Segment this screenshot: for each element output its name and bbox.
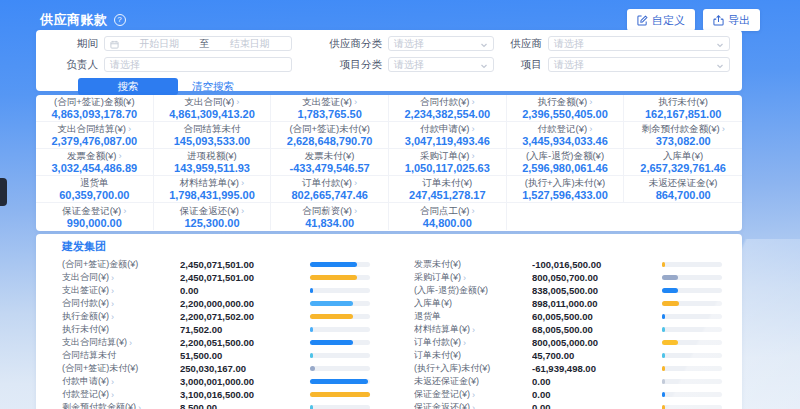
metric-row[interactable]: 付款申请(¥)› 3,000,001,000.00 — [62, 375, 370, 388]
stat-label: (入库-退货)金额(¥) — [526, 150, 604, 161]
clear-search-link[interactable]: 清空搜索 — [192, 80, 234, 94]
stat-label: 订单未付(¥) — [423, 177, 473, 188]
metric-label: 保证金登记(¥) — [414, 388, 470, 401]
stat-value: 1,527,596,433.00 — [522, 189, 608, 201]
stat-label: 保证金返还(¥) — [180, 205, 239, 216]
link-arrow-icon: › — [472, 150, 475, 161]
metric-value: 60,005,500.00 — [532, 311, 656, 322]
metric-row[interactable]: 执行金额(¥)› 2,200,071,502.00 — [62, 310, 370, 323]
metric-row[interactable]: 保证金登记(¥)› 0.00 — [414, 388, 722, 401]
metric-value: 0.00 — [180, 285, 304, 296]
stat-card: 发票未付(¥) -433,479,546.57 — [271, 149, 389, 176]
metric-row: 未返还保证金(¥) 0.00 — [414, 375, 722, 388]
metric-row: (合同+签证)金额(¥) 2,450,071,501.00 — [62, 258, 370, 271]
link-arrow-icon: › — [111, 299, 114, 309]
supplier-category-select[interactable]: 请选择 — [388, 36, 494, 51]
stat-card[interactable]: 材料结算单(¥)› 1,798,431,995.00 — [154, 176, 272, 203]
stat-card: (合同+签证)金额(¥) 4,863,093,178.70 — [36, 95, 154, 122]
project-select[interactable]: 请选择 — [548, 57, 730, 72]
link-arrow-icon: › — [472, 390, 475, 400]
filter-panel: 期间 开始日期 至 结束日期 供应商分类 请选择 供应商 请选 — [36, 30, 742, 91]
metric-label: 付款登记(¥) — [62, 388, 109, 401]
mini-bar — [310, 275, 370, 280]
stat-value: 990,000.00 — [67, 217, 122, 229]
stat-label: 发票金额(¥) — [67, 150, 117, 161]
stat-value: 1,050,117,025.63 — [405, 162, 490, 174]
link-arrow-icon: › — [123, 205, 126, 216]
stat-card[interactable]: 保证金登记(¥)› 990,000.00 — [36, 203, 154, 230]
stat-card[interactable]: 支出合同结算(¥)› 2,379,476,087.00 — [36, 122, 154, 149]
stat-card[interactable]: 支出签证(¥)› 1,783,765.50 — [271, 95, 389, 122]
stat-card[interactable]: 执行金额(¥)› 2,396,550,405.00 — [507, 95, 625, 122]
group-panel: 建发集团 (合同+签证)金额(¥) 2,450,071,501.00 支出合同(… — [36, 234, 742, 409]
stat-card[interactable]: 合同付款(¥)› 2,234,382,554.00 — [389, 95, 507, 122]
stat-card: 未返还保证金(¥) 864,700.00 — [624, 176, 742, 203]
stat-value: 44,800.00 — [423, 217, 472, 229]
metric-label: 剩余预付款金额(¥) — [62, 401, 136, 409]
stat-value: 2,379,476,087.00 — [52, 135, 138, 147]
stat-label: 材料结算单(¥) — [180, 177, 239, 188]
stat-card[interactable]: 采购订单(¥)› 1,050,117,025.63 — [389, 149, 507, 176]
link-arrow-icon: › — [463, 273, 466, 283]
stat-card[interactable]: 付款申请(¥)› 3,047,119,493.46 — [389, 122, 507, 149]
stat-value: 3,032,454,486.89 — [52, 162, 138, 174]
stat-card[interactable]: 发票金额(¥)› 3,032,454,486.89 — [36, 149, 154, 176]
mini-bar — [310, 340, 370, 345]
metric-row: 执行未付(¥) 71,502.00 — [62, 323, 370, 336]
search-button[interactable]: 搜索 — [78, 78, 178, 95]
metric-row[interactable]: 付款登记(¥)› 3,100,016,500.00 — [62, 388, 370, 401]
stat-card[interactable]: 合同薪资(¥)› 41,834.00 — [271, 203, 389, 230]
supplier-select[interactable]: 请选择 — [548, 36, 730, 51]
stat-value: 1,798,431,995.00 — [169, 189, 255, 201]
metric-row: 订单未付(¥) 45,700.00 — [414, 349, 722, 362]
link-arrow-icon: › — [241, 205, 244, 216]
metric-row[interactable]: 支出签证(¥)› 0.00 — [62, 284, 370, 297]
stat-card[interactable]: 订单付款(¥)› 802,665,747.46 — [271, 176, 389, 203]
metric-label: 付款申请(¥) — [62, 375, 109, 388]
stat-card: 退货单 60,359,700.00 — [36, 176, 154, 203]
help-icon[interactable]: ? — [114, 14, 126, 26]
mini-bar — [310, 366, 370, 371]
stat-value: 2,628,648,790.70 — [287, 135, 373, 147]
chevron-down-icon — [480, 35, 488, 53]
stat-value: 247,451,278.17 — [409, 189, 485, 201]
metric-row[interactable]: 支出合同(¥)› 2,450,071,501.00 — [62, 271, 370, 284]
stat-card[interactable]: 保证金返还(¥)› 125,300.00 — [154, 203, 272, 230]
metric-label: (合同+签证)未付(¥) — [62, 362, 138, 375]
stat-card[interactable]: 付款登记(¥)› 3,445,934,033.46 — [507, 122, 625, 149]
mini-bar — [310, 392, 370, 397]
customize-button[interactable]: 自定义 — [627, 9, 695, 31]
metric-row[interactable]: 材料结算单(¥)› 68,005,500.00 — [414, 323, 722, 336]
metric-row: 发票未付(¥) -100,016,500.00 — [414, 258, 722, 271]
metric-row[interactable]: 订单付款(¥)› 800,005,000.00 — [414, 336, 722, 349]
chevron-down-icon — [480, 56, 488, 74]
stat-card[interactable]: 合同点工(¥)› 44,800.00 — [389, 203, 507, 230]
mini-bar — [310, 379, 370, 384]
metric-label: 合同付款(¥) — [62, 297, 109, 310]
stat-label: 合同薪资(¥) — [302, 205, 352, 216]
mini-bar — [662, 340, 722, 345]
link-arrow-icon: › — [354, 205, 357, 216]
export-label: 导出 — [728, 13, 750, 28]
date-range-input[interactable]: 开始日期 至 结束日期 — [104, 36, 292, 51]
drawer-handle[interactable] — [0, 178, 7, 206]
group-link[interactable]: 建发集团 — [62, 239, 722, 254]
metric-row[interactable]: 采购订单(¥)› 800,050,700.00 — [414, 271, 722, 284]
mini-bar — [662, 275, 722, 280]
owner-select[interactable]: 请选择 — [104, 57, 292, 72]
export-button[interactable]: 导出 — [703, 9, 760, 31]
metric-row[interactable]: 支出合同结算(¥)› 2,200,051,500.00 — [62, 336, 370, 349]
link-arrow-icon: › — [722, 123, 725, 134]
stat-card: 入库单(¥) 2,657,329,761.46 — [624, 149, 742, 176]
stat-card[interactable]: 支出合同(¥)› 4,861,309,413.20 — [154, 95, 272, 122]
metric-row[interactable]: 合同付款(¥)› 2,200,000,000.00 — [62, 297, 370, 310]
metric-row[interactable]: 保证金返还(¥)› 0.00 — [414, 401, 722, 409]
metric-row[interactable]: 剩余预付款金额(¥)› 8,500.00 — [62, 401, 370, 409]
group-metrics-right: 发票未付(¥) -100,016,500.00 采购订单(¥)› 800,050… — [414, 258, 722, 409]
metric-value: 45,700.00 — [532, 350, 656, 361]
metric-value: 800,005,000.00 — [532, 337, 656, 348]
stat-card[interactable]: 剩余预付款金额(¥)› 373,082.00 — [624, 122, 742, 149]
project-category-select[interactable]: 请选择 — [388, 57, 494, 72]
period-label: 期间 — [48, 37, 98, 51]
link-arrow-icon: › — [111, 286, 114, 296]
